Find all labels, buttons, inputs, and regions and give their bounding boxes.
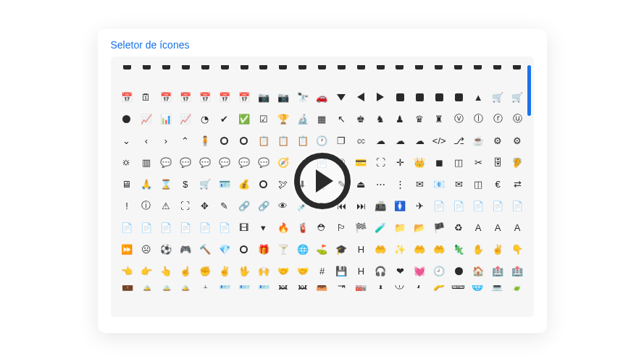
code-icon[interactable]: </> [430, 130, 448, 151]
chart-pie-icon[interactable]: ◔ [196, 109, 214, 129]
expand-arrows-icon[interactable]: ✥ [196, 195, 214, 216]
database-icon[interactable]: 🗄 [489, 152, 507, 172]
leaf-icon[interactable]: 🍃 [507, 285, 527, 294]
calendar-week-icon[interactable]: 📅 [235, 87, 253, 107]
icon-unknown-4[interactable] [196, 65, 215, 74]
chart-area-icon[interactable]: 📈 [137, 109, 155, 129]
info-icon[interactable]: ℹ [371, 285, 390, 294]
compass-icon[interactable]: 🧭 [274, 152, 292, 172]
child-icon[interactable]: 🧍 [196, 130, 214, 151]
person-pray-icon[interactable]: 🙏 [137, 174, 155, 194]
chevron-circle-up-icon[interactable]: ⓤ [509, 109, 527, 129]
icon-unknown-16[interactable] [429, 65, 448, 74]
glass-martini-icon[interactable]: 🍸 [274, 239, 292, 259]
clone-icon[interactable]: ❐ [333, 130, 351, 151]
hospital-alt-icon[interactable]: 🏥 [509, 261, 527, 281]
clock-icon[interactable]: 🕐 [313, 130, 331, 151]
folder-open-icon[interactable]: 📂 [411, 217, 429, 237]
coffee-icon[interactable]: ☕ [469, 130, 488, 151]
cog-icon[interactable]: ⚙ [489, 130, 507, 151]
icon-unknown-19[interactable] [488, 65, 507, 74]
hand-rock-icon[interactable]: ✊ [196, 261, 214, 281]
eject-icon[interactable]: ⏏ [352, 174, 370, 194]
chess-rook-icon[interactable]: ♜ [430, 109, 448, 129]
gem-icon[interactable]: 💎 [215, 239, 233, 259]
hand-point-left-icon[interactable]: 👈 [118, 261, 136, 281]
code-branch-icon[interactable]: ⎇ [450, 130, 468, 151]
gavel-icon[interactable]: 🔨 [196, 239, 214, 259]
envelope-open-icon[interactable]: 📧 [430, 174, 448, 194]
chess-knight-icon[interactable]: ♞ [372, 109, 390, 129]
exclamation-circle-icon[interactable]: ⓘ [137, 195, 155, 216]
image-icon[interactable]: 🖼 [273, 285, 293, 294]
comment-alt-icon[interactable]: 💬 [176, 152, 194, 172]
shopping-cart-icon[interactable]: 🛒 [489, 87, 507, 107]
file-code-icon[interactable]: 📄 [509, 195, 527, 216]
font-icon[interactable]: A [469, 217, 488, 237]
hand-holding-usd-icon[interactable]: 🤲 [430, 239, 448, 259]
video-play-button[interactable] [292, 151, 353, 211]
cogs-icon[interactable]: ⚙ [509, 130, 527, 151]
gift-icon[interactable]: 🎁 [254, 239, 272, 259]
file-audio-icon[interactable]: 📄 [489, 195, 507, 216]
check-circle-icon[interactable]: ✅ [235, 109, 253, 129]
exclamation-triangle-icon[interactable]: ⚠ [156, 195, 175, 216]
dove-icon[interactable]: 🕊 [274, 174, 292, 194]
hand-lizard-icon[interactable]: 🦎 [450, 239, 468, 259]
flag-icon[interactable]: 🏳 [333, 217, 351, 237]
cart-plus-icon[interactable]: 🛒 [509, 87, 527, 107]
fax-icon[interactable]: 📠 [372, 195, 390, 216]
link-icon[interactable]: 🔗 [235, 195, 253, 216]
deaf-icon[interactable]: 🦻 [509, 152, 527, 172]
dot-circle-icon[interactable] [254, 174, 272, 194]
caret-square-right-icon[interactable] [430, 87, 448, 107]
icon-unknown-13[interactable] [371, 65, 390, 74]
i-cursor-icon[interactable]: 𝙸 [196, 285, 215, 294]
golf-ball-icon[interactable]: ⛳ [313, 239, 331, 259]
graduation-cap-icon[interactable]: 🎓 [333, 239, 351, 259]
female-icon[interactable]: 🚺 [391, 195, 409, 216]
icon-unknown-1[interactable] [137, 65, 156, 74]
chart-line-icon[interactable]: 📈 [176, 109, 194, 129]
chevron-circle-left-icon[interactable]: ⓛ [469, 109, 488, 129]
icon-unknown-9[interactable] [293, 65, 312, 74]
cubes-icon[interactable]: ◫ [450, 152, 468, 172]
hand-point-up-icon[interactable]: 👆 [156, 261, 175, 281]
crop-icon[interactable]: ⛶ [372, 152, 390, 172]
hdd-icon[interactable]: 💾 [333, 261, 351, 281]
text-width-icon[interactable]: A [509, 217, 527, 237]
circle-icon[interactable] [118, 109, 136, 129]
globe-icon[interactable]: 🌐 [293, 239, 311, 259]
cloud-icon[interactable]: ☁ [372, 130, 390, 151]
id-card-icon[interactable]: 🪪 [235, 285, 254, 294]
hand-point-down-icon[interactable]: 👇 [509, 239, 527, 259]
microscope-icon[interactable]: 🔬 [293, 109, 311, 129]
chevron-right-icon[interactable]: › [156, 130, 175, 151]
recycle-icon[interactable]: ♻ [450, 217, 468, 237]
envelope-square-icon[interactable]: ✉ [450, 174, 468, 194]
eye-icon[interactable]: 👁 [274, 195, 292, 216]
hand-peace-icon[interactable]: ✌ [489, 239, 507, 259]
language-icon[interactable]: 🌐 [468, 285, 488, 294]
chevron-circle-right-icon[interactable]: ⓡ [489, 109, 507, 129]
edit-square-icon[interactable]: ✎ [215, 195, 233, 216]
caret-right-icon[interactable] [372, 87, 390, 107]
clipboard-check-icon[interactable]: 📋 [274, 130, 292, 151]
calendar-icon[interactable]: 📅 [118, 87, 136, 107]
inbox-icon[interactable]: 📥 [312, 285, 332, 294]
cloud-download-icon[interactable]: ☁ [391, 130, 409, 151]
home-icon[interactable]: 🏠 [469, 261, 488, 281]
film-icon[interactable]: 🎞 [235, 217, 253, 237]
genderless-icon[interactable] [235, 239, 253, 259]
icon-unknown-11[interactable] [332, 65, 351, 74]
scrollbar-thumb[interactable] [527, 65, 531, 116]
cube-icon[interactable]: ◼ [430, 152, 448, 172]
chess-king-icon[interactable]: ♚ [352, 109, 370, 129]
chevron-circle-down-icon[interactable]: ⓥ [450, 109, 468, 129]
hand-holding-icon[interactable]: 🤲 [372, 239, 390, 259]
id-card-alt-icon[interactable]: 🪪 [254, 285, 274, 294]
cloud-upload-icon[interactable]: ☁ [411, 130, 429, 151]
euro-sign-icon[interactable]: € [489, 174, 507, 194]
id-badge-2-icon[interactable]: 🪪 [215, 285, 235, 294]
cursor-icon[interactable]: ↖ [333, 109, 351, 129]
